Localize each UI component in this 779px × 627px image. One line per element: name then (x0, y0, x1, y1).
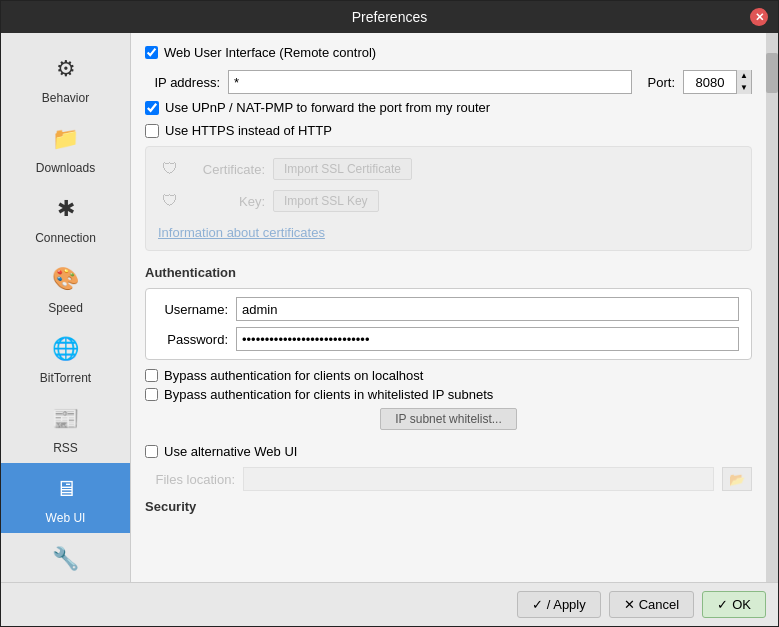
files-location-label: Files location: (145, 472, 235, 487)
behavior-icon: ⚙ (48, 51, 84, 87)
files-location-input[interactable] (243, 467, 714, 491)
cancel-icon: ✕ (624, 597, 635, 612)
cancel-button[interactable]: ✕ Cancel (609, 591, 694, 618)
apply-icon: ✓ (532, 597, 543, 612)
ip-input[interactable] (228, 70, 632, 94)
sidebar-label-webui: Web UI (46, 511, 86, 525)
speed-icon: 🎨 (48, 261, 84, 297)
sidebar: ⚙ Behavior 📁 Downloads ✱ Connection 🎨 Sp… (1, 33, 131, 582)
footer: ✓ / Apply ✕ Cancel ✓ OK (1, 582, 778, 626)
sidebar-item-downloads[interactable]: 📁 Downloads (1, 113, 130, 183)
sidebar-label-behavior: Behavior (42, 91, 89, 105)
sidebar-item-rss[interactable]: 📰 RSS (1, 393, 130, 463)
upnp-row: Use UPnP / NAT-PMP to forward the port f… (145, 100, 752, 115)
bypass-localhost-label[interactable]: Bypass authentication for clients on loc… (164, 368, 423, 383)
ssl-group: 🛡 Certificate: Import SSL Certificate 🛡 … (145, 146, 752, 251)
security-title: Security (145, 499, 752, 514)
files-location-row: Files location: 📂 (145, 467, 752, 491)
bypass-localhost-row: Bypass authentication for clients on loc… (145, 368, 752, 383)
titlebar: Preferences ✕ (1, 1, 778, 33)
close-button[interactable]: ✕ (750, 8, 768, 26)
https-checkbox[interactable] (145, 124, 159, 138)
cert-shield-icon: 🛡 (158, 157, 182, 181)
key-label: Key: (190, 194, 265, 209)
cert-info-link[interactable]: Information about certificates (158, 225, 325, 240)
sidebar-label-bittorrent: BitTorrent (40, 371, 91, 385)
port-label: Port: (648, 75, 675, 90)
sidebar-item-bittorrent[interactable]: 🌐 BitTorrent (1, 323, 130, 393)
certificate-row: 🛡 Certificate: Import SSL Certificate (158, 157, 739, 181)
ok-button[interactable]: ✓ OK (702, 591, 766, 618)
auth-box: Username: Password: (145, 288, 752, 360)
sidebar-label-connection: Connection (35, 231, 96, 245)
key-row: 🛡 Key: Import SSL Key (158, 189, 739, 213)
web-ui-label[interactable]: Web User Interface (Remote control) (164, 45, 376, 60)
alt-webui-row: Use alternative Web UI (145, 444, 752, 459)
https-label-text: Use HTTPS instead of HTTP (165, 123, 332, 138)
browse-folder-button[interactable]: 📂 (722, 467, 752, 491)
ip-label: IP address: (145, 75, 220, 90)
username-input[interactable] (236, 297, 739, 321)
web-ui-checkbox[interactable] (145, 46, 158, 59)
bypass-localhost-checkbox[interactable] (145, 369, 158, 382)
downloads-icon: 📁 (48, 121, 84, 157)
connection-icon: ✱ (48, 191, 84, 227)
port-up-button[interactable]: ▲ (737, 70, 751, 82)
auth-title: Authentication (145, 265, 752, 280)
ip-port-row: IP address: Port: ▲ ▼ (145, 70, 752, 94)
sidebar-item-connection[interactable]: ✱ Connection (1, 183, 130, 253)
body: ⚙ Behavior 📁 Downloads ✱ Connection 🎨 Sp… (1, 33, 778, 582)
sidebar-label-rss: RSS (53, 441, 78, 455)
upnp-label-text: Use UPnP / NAT-PMP to forward the port f… (165, 100, 490, 115)
webui-icon: 🖥 (48, 471, 84, 507)
sidebar-item-advanced[interactable]: 🔧 Advanced (1, 533, 130, 582)
sidebar-label-downloads: Downloads (36, 161, 95, 175)
sidebar-item-webui[interactable]: 🖥 Web UI (1, 463, 130, 533)
web-ui-row: Web User Interface (Remote control) (145, 45, 752, 60)
main-content: Web User Interface (Remote control) IP a… (131, 33, 766, 582)
ok-label: OK (732, 597, 751, 612)
alt-webui-label[interactable]: Use alternative Web UI (164, 444, 297, 459)
apply-label: / Apply (547, 597, 586, 612)
preferences-window: Preferences ✕ ⚙ Behavior 📁 Downloads ✱ C… (0, 0, 779, 627)
username-row: Username: (158, 297, 739, 321)
sidebar-label-speed: Speed (48, 301, 83, 315)
port-down-button[interactable]: ▼ (737, 82, 751, 94)
port-spinner: ▲ ▼ (683, 70, 752, 94)
authentication-section: Authentication Username: Password: Bypas… (145, 265, 752, 430)
scrollbar[interactable] (766, 33, 778, 582)
bittorrent-icon: 🌐 (48, 331, 84, 367)
password-label: Password: (158, 332, 228, 347)
alt-webui-checkbox[interactable] (145, 445, 158, 458)
window-title: Preferences (352, 9, 427, 25)
advanced-icon: 🔧 (48, 541, 84, 577)
sidebar-item-behavior[interactable]: ⚙ Behavior (1, 43, 130, 113)
https-checkbox-label[interactable]: Use HTTPS instead of HTTP (145, 123, 332, 138)
key-shield-icon: 🛡 (158, 189, 182, 213)
https-row: Use HTTPS instead of HTTP (145, 123, 752, 138)
scrollbar-thumb[interactable] (766, 53, 778, 93)
password-row: Password: (158, 327, 739, 351)
bypass-whitelist-label[interactable]: Bypass authentication for clients in whi… (164, 387, 493, 402)
port-arrows: ▲ ▼ (736, 70, 751, 94)
apply-button[interactable]: ✓ / Apply (517, 591, 601, 618)
bypass-whitelist-checkbox[interactable] (145, 388, 158, 401)
port-input[interactable] (684, 71, 736, 93)
bypass-whitelist-row: Bypass authentication for clients in whi… (145, 387, 752, 402)
username-label: Username: (158, 302, 228, 317)
upnp-checkbox-label[interactable]: Use UPnP / NAT-PMP to forward the port f… (145, 100, 490, 115)
rss-icon: 📰 (48, 401, 84, 437)
sidebar-item-speed[interactable]: 🎨 Speed (1, 253, 130, 323)
import-cert-button[interactable]: Import SSL Certificate (273, 158, 412, 180)
import-key-button[interactable]: Import SSL Key (273, 190, 379, 212)
ok-icon: ✓ (717, 597, 728, 612)
certificate-label: Certificate: (190, 162, 265, 177)
upnp-checkbox[interactable] (145, 101, 159, 115)
folder-icon: 📂 (729, 472, 745, 487)
password-input[interactable] (236, 327, 739, 351)
cancel-label: Cancel (639, 597, 679, 612)
subnet-whitelist-button[interactable]: IP subnet whitelist... (380, 408, 517, 430)
